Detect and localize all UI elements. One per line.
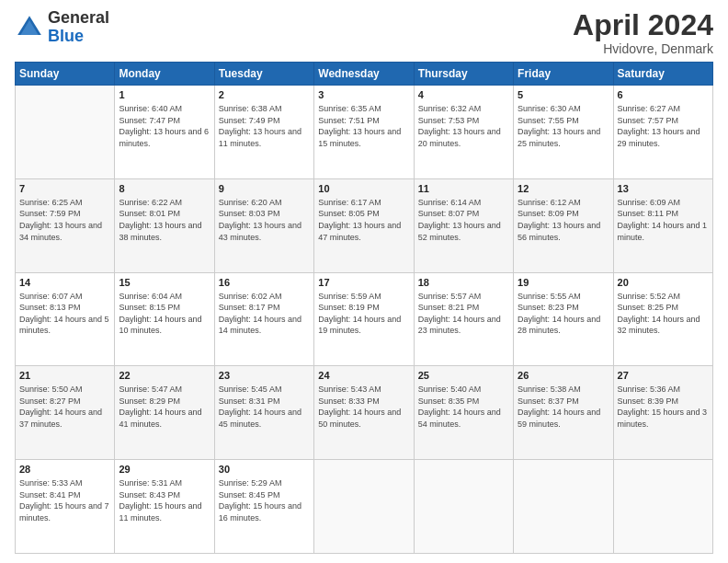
day-number: 2 [219, 88, 310, 102]
calendar-table: SundayMondayTuesdayWednesdayThursdayFrid… [15, 62, 713, 554]
calendar-day-cell: 20Sunrise: 5:52 AM Sunset: 8:25 PM Dayli… [613, 272, 712, 366]
calendar-day-cell: 26Sunrise: 5:38 AM Sunset: 8:37 PM Dayli… [514, 366, 613, 460]
calendar-day-cell: 9Sunrise: 6:20 AM Sunset: 8:03 PM Daylig… [214, 178, 313, 272]
day-info: Sunrise: 6:35 AM Sunset: 7:51 PM Dayligh… [318, 103, 409, 149]
calendar-day-cell: 29Sunrise: 5:31 AM Sunset: 8:43 PM Dayli… [115, 460, 214, 554]
calendar-day-cell: 19Sunrise: 5:55 AM Sunset: 8:23 PM Dayli… [514, 272, 613, 366]
day-number: 9 [219, 182, 310, 196]
page: General Blue April 2024 Hvidovre, Denmar… [0, 0, 728, 563]
calendar-day-cell: 12Sunrise: 6:12 AM Sunset: 8:09 PM Dayli… [514, 178, 613, 272]
calendar-day-cell: 3Sunrise: 6:35 AM Sunset: 7:51 PM Daylig… [314, 86, 414, 179]
day-number: 19 [518, 276, 609, 290]
day-number: 17 [318, 276, 409, 290]
day-info: Sunrise: 5:38 AM Sunset: 8:37 PM Dayligh… [518, 384, 609, 430]
logo-icon [15, 13, 44, 42]
day-number: 13 [618, 182, 709, 196]
calendar-day-cell: 24Sunrise: 5:43 AM Sunset: 8:33 PM Dayli… [314, 366, 414, 460]
calendar-day-cell: 13Sunrise: 6:09 AM Sunset: 8:11 PM Dayli… [613, 178, 712, 272]
day-number: 5 [518, 88, 609, 102]
day-info: Sunrise: 6:14 AM Sunset: 8:07 PM Dayligh… [418, 197, 509, 243]
calendar-day-cell: 10Sunrise: 6:17 AM Sunset: 8:05 PM Dayli… [314, 178, 414, 272]
calendar-day-cell: 6Sunrise: 6:27 AM Sunset: 7:57 PM Daylig… [613, 86, 712, 179]
day-number: 25 [418, 369, 509, 383]
location-subtitle: Hvidovre, Denmark [573, 41, 713, 56]
day-info: Sunrise: 5:31 AM Sunset: 8:43 PM Dayligh… [119, 477, 210, 523]
calendar-header-row: SundayMondayTuesdayWednesdayThursdayFrid… [16, 63, 713, 86]
calendar-week-row: 21Sunrise: 5:50 AM Sunset: 8:27 PM Dayli… [16, 366, 713, 460]
day-number: 18 [418, 276, 509, 290]
day-info: Sunrise: 5:45 AM Sunset: 8:31 PM Dayligh… [219, 384, 310, 430]
day-number: 27 [618, 369, 709, 383]
calendar-day-header: Saturday [613, 63, 712, 86]
calendar-day-header: Friday [514, 63, 613, 86]
day-info: Sunrise: 5:40 AM Sunset: 8:35 PM Dayligh… [418, 384, 509, 430]
calendar-day-header: Wednesday [314, 63, 414, 86]
calendar-day-cell: 8Sunrise: 6:22 AM Sunset: 8:01 PM Daylig… [115, 178, 214, 272]
calendar-day-cell: 15Sunrise: 6:04 AM Sunset: 8:15 PM Dayli… [115, 272, 214, 366]
header: General Blue April 2024 Hvidovre, Denmar… [15, 9, 713, 56]
day-number: 26 [518, 369, 609, 383]
day-number: 24 [318, 369, 409, 383]
day-number: 29 [119, 463, 210, 477]
calendar-week-row: 28Sunrise: 5:33 AM Sunset: 8:41 PM Dayli… [16, 460, 713, 554]
calendar-day-cell: 18Sunrise: 5:57 AM Sunset: 8:21 PM Dayli… [414, 272, 513, 366]
day-number: 30 [219, 463, 310, 477]
calendar-day-cell: 11Sunrise: 6:14 AM Sunset: 8:07 PM Dayli… [414, 178, 513, 272]
day-info: Sunrise: 5:50 AM Sunset: 8:27 PM Dayligh… [19, 384, 110, 430]
calendar-day-cell: 28Sunrise: 5:33 AM Sunset: 8:41 PM Dayli… [16, 460, 115, 554]
day-info: Sunrise: 6:38 AM Sunset: 7:49 PM Dayligh… [219, 103, 310, 149]
calendar-week-row: 1Sunrise: 6:40 AM Sunset: 7:47 PM Daylig… [16, 86, 713, 179]
day-number: 23 [219, 369, 310, 383]
calendar-day-cell: 2Sunrise: 6:38 AM Sunset: 7:49 PM Daylig… [214, 86, 313, 179]
calendar-day-cell: 17Sunrise: 5:59 AM Sunset: 8:19 PM Dayli… [314, 272, 414, 366]
calendar-day-cell [613, 460, 712, 554]
calendar-day-cell: 4Sunrise: 6:32 AM Sunset: 7:53 PM Daylig… [414, 86, 513, 179]
logo-general-text: General [48, 8, 109, 27]
day-number: 14 [19, 276, 110, 290]
day-info: Sunrise: 5:33 AM Sunset: 8:41 PM Dayligh… [19, 477, 110, 523]
logo-text: General Blue [48, 9, 109, 46]
day-number: 22 [119, 369, 210, 383]
day-info: Sunrise: 5:57 AM Sunset: 8:21 PM Dayligh… [418, 291, 509, 337]
day-number: 20 [618, 276, 709, 290]
day-info: Sunrise: 6:32 AM Sunset: 7:53 PM Dayligh… [418, 103, 509, 149]
calendar-week-row: 14Sunrise: 6:07 AM Sunset: 8:13 PM Dayli… [16, 272, 713, 366]
day-info: Sunrise: 6:22 AM Sunset: 8:01 PM Dayligh… [119, 197, 210, 243]
day-info: Sunrise: 6:17 AM Sunset: 8:05 PM Dayligh… [318, 197, 409, 243]
day-info: Sunrise: 5:52 AM Sunset: 8:25 PM Dayligh… [618, 291, 709, 337]
day-number: 3 [318, 88, 409, 102]
day-number: 8 [119, 182, 210, 196]
calendar-day-header: Sunday [16, 63, 115, 86]
title-block: April 2024 Hvidovre, Denmark [573, 9, 713, 56]
calendar-day-cell [16, 86, 115, 179]
day-number: 6 [618, 88, 709, 102]
calendar-day-cell [414, 460, 513, 554]
month-title: April 2024 [573, 9, 713, 41]
day-info: Sunrise: 6:20 AM Sunset: 8:03 PM Dayligh… [219, 197, 310, 243]
day-number: 15 [119, 276, 210, 290]
logo: General Blue [15, 9, 109, 46]
day-info: Sunrise: 5:55 AM Sunset: 8:23 PM Dayligh… [518, 291, 609, 337]
day-info: Sunrise: 6:30 AM Sunset: 7:55 PM Dayligh… [518, 103, 609, 149]
day-info: Sunrise: 6:25 AM Sunset: 7:59 PM Dayligh… [19, 197, 110, 243]
day-info: Sunrise: 5:29 AM Sunset: 8:45 PM Dayligh… [219, 477, 310, 523]
day-info: Sunrise: 5:36 AM Sunset: 8:39 PM Dayligh… [618, 384, 709, 430]
calendar-day-cell: 21Sunrise: 5:50 AM Sunset: 8:27 PM Dayli… [16, 366, 115, 460]
calendar-day-cell: 16Sunrise: 6:02 AM Sunset: 8:17 PM Dayli… [214, 272, 313, 366]
calendar-day-cell: 7Sunrise: 6:25 AM Sunset: 7:59 PM Daylig… [16, 178, 115, 272]
calendar-day-cell: 30Sunrise: 5:29 AM Sunset: 8:45 PM Dayli… [214, 460, 313, 554]
day-number: 10 [318, 182, 409, 196]
day-info: Sunrise: 6:40 AM Sunset: 7:47 PM Dayligh… [119, 103, 210, 149]
calendar-week-row: 7Sunrise: 6:25 AM Sunset: 7:59 PM Daylig… [16, 178, 713, 272]
calendar-day-cell [314, 460, 414, 554]
day-number: 21 [19, 369, 110, 383]
day-number: 7 [19, 182, 110, 196]
day-info: Sunrise: 6:27 AM Sunset: 7:57 PM Dayligh… [618, 103, 709, 149]
calendar-day-cell [514, 460, 613, 554]
calendar-day-header: Monday [115, 63, 214, 86]
day-info: Sunrise: 5:59 AM Sunset: 8:19 PM Dayligh… [318, 291, 409, 337]
day-info: Sunrise: 5:47 AM Sunset: 8:29 PM Dayligh… [119, 384, 210, 430]
day-info: Sunrise: 6:02 AM Sunset: 8:17 PM Dayligh… [219, 291, 310, 337]
day-info: Sunrise: 6:07 AM Sunset: 8:13 PM Dayligh… [19, 291, 110, 337]
day-number: 4 [418, 88, 509, 102]
